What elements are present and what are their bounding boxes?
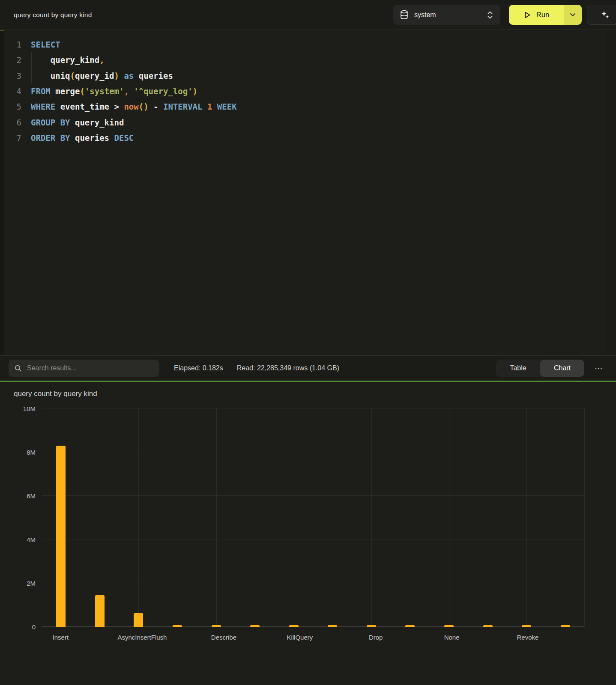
line-number: 1 bbox=[4, 40, 21, 49]
bar-AsyncInsertFlush[interactable] bbox=[134, 613, 143, 627]
run-button[interactable]: Run bbox=[509, 5, 564, 25]
x-axis-label bbox=[80, 634, 118, 641]
read-stat: Read: 22,285,349 rows (1.04 GB) bbox=[237, 364, 496, 372]
x-axis-label bbox=[471, 634, 509, 641]
bar-series bbox=[42, 408, 585, 627]
x-axis-label bbox=[395, 634, 433, 641]
code-line: 1SELECT bbox=[4, 37, 616, 52]
results-toolbar: Elapsed: 0.182s Read: 22,285,349 rows (1… bbox=[0, 355, 616, 381]
bar-Describe[interactable] bbox=[212, 625, 221, 627]
x-axis-label bbox=[547, 634, 585, 641]
chart-plot: 02M4M6M8M10M bbox=[42, 408, 585, 627]
x-axis-label: KillQuery bbox=[281, 634, 319, 641]
bar-cell bbox=[546, 408, 585, 627]
x-axis-label: None bbox=[433, 634, 471, 641]
bar-category-4[interactable] bbox=[173, 625, 182, 627]
bar-Insert[interactable] bbox=[56, 446, 66, 627]
code-line: 6GROUP BY query_kind bbox=[4, 114, 616, 130]
tab-chart[interactable]: Chart bbox=[540, 360, 584, 377]
chart-area: 02M4M6M8M10M bbox=[0, 398, 616, 627]
x-axis-label bbox=[243, 634, 281, 641]
bar-cell bbox=[42, 408, 81, 627]
bar-cell bbox=[391, 408, 430, 627]
bar-cell bbox=[81, 408, 120, 627]
run-button-group: Run bbox=[509, 5, 582, 25]
code-line: 2 query_kind, bbox=[4, 52, 616, 68]
line-number: 2 bbox=[4, 55, 21, 65]
bar-cell bbox=[352, 408, 391, 627]
bar-category-2[interactable] bbox=[95, 595, 105, 627]
elapsed-stat: Elapsed: 0.182s bbox=[174, 364, 223, 372]
x-axis-label: Drop bbox=[357, 634, 395, 641]
x-axis-labels: InsertAsyncInsertFlushDescribeKillQueryD… bbox=[0, 627, 616, 641]
y-axis-tick-label: 6M bbox=[15, 492, 36, 500]
tab-table[interactable]: Table bbox=[496, 360, 540, 377]
x-axis-label bbox=[319, 634, 357, 641]
code-line: 5WHERE event_time > now() - INTERVAL 1 W… bbox=[4, 99, 616, 114]
page-title: query count by query kind bbox=[14, 11, 393, 19]
bar-cell bbox=[274, 408, 313, 627]
bar-Drop[interactable] bbox=[367, 625, 376, 627]
y-axis-tick-label: 0 bbox=[15, 623, 36, 631]
search-input[interactable] bbox=[27, 364, 153, 372]
bar-category-6[interactable] bbox=[250, 625, 260, 627]
bar-Revoke[interactable] bbox=[522, 625, 531, 627]
chevron-updown-icon bbox=[487, 10, 493, 20]
bar-cell bbox=[119, 408, 158, 627]
bar-cell bbox=[430, 408, 469, 627]
code-line: 3 uniq(query_id) as queries bbox=[4, 68, 616, 83]
line-number: 5 bbox=[4, 102, 21, 111]
sql-editor[interactable]: 1SELECT2 query_kind,3 uniq(query_id) as … bbox=[0, 30, 616, 355]
database-icon bbox=[400, 10, 408, 19]
run-options-button[interactable] bbox=[564, 5, 582, 25]
bar-category-14[interactable] bbox=[561, 625, 570, 627]
bar-cell bbox=[507, 408, 546, 627]
bar-KillQuery[interactable] bbox=[289, 625, 299, 627]
code-line: 7ORDER BY queries DESC bbox=[4, 130, 616, 146]
x-axis-label bbox=[167, 634, 205, 641]
bar-category-8[interactable] bbox=[328, 625, 337, 627]
editor-scrollbar-track[interactable] bbox=[605, 30, 616, 355]
x-axis-label: Describe bbox=[205, 634, 243, 641]
bar-category-12[interactable] bbox=[483, 625, 493, 627]
chart-panel: query count by query kind 02M4M6M8M10M I… bbox=[0, 382, 616, 684]
code-lines: 1SELECT2 query_kind,3 uniq(query_id) as … bbox=[0, 37, 616, 146]
line-number: 7 bbox=[4, 133, 21, 143]
y-axis-tick-label: 4M bbox=[15, 536, 36, 543]
line-number: 4 bbox=[4, 86, 21, 96]
sparkles-icon bbox=[600, 10, 610, 20]
bar-cell bbox=[236, 408, 275, 627]
header-bar: query count by query kind system Run bbox=[0, 0, 616, 30]
line-number: 6 bbox=[4, 118, 21, 127]
bar-cell bbox=[468, 408, 507, 627]
bar-None[interactable] bbox=[444, 625, 454, 627]
search-icon bbox=[15, 365, 22, 372]
view-toggle: Table Chart bbox=[496, 360, 584, 377]
bar-cell bbox=[158, 408, 197, 627]
more-options-button[interactable]: ⋯ bbox=[592, 362, 606, 375]
line-number: 3 bbox=[4, 71, 21, 80]
run-label: Run bbox=[536, 11, 549, 19]
sidebar-edge bbox=[0, 30, 4, 355]
bar-cell bbox=[313, 408, 352, 627]
database-selector[interactable]: system bbox=[393, 5, 500, 25]
database-name: system bbox=[414, 11, 487, 19]
editor-tab-marker bbox=[0, 30, 4, 30]
x-axis-label: Insert bbox=[42, 634, 80, 641]
chevron-down-icon bbox=[570, 13, 576, 17]
code-line: 4FROM merge('system', '^query_log') bbox=[4, 83, 616, 99]
search-box bbox=[9, 360, 159, 377]
play-icon bbox=[523, 11, 531, 19]
y-axis-tick-label: 8M bbox=[15, 449, 36, 456]
ai-assist-button[interactable] bbox=[587, 5, 616, 25]
bar-cell bbox=[197, 408, 236, 627]
x-axis-label: Revoke bbox=[509, 634, 547, 641]
y-axis-tick-label: 10M bbox=[15, 405, 36, 412]
chart-title: query count by query kind bbox=[0, 390, 616, 398]
y-axis-tick-label: 2M bbox=[15, 580, 36, 587]
x-axis-label: AsyncInsertFlush bbox=[117, 634, 167, 641]
bar-category-10[interactable] bbox=[405, 625, 415, 627]
